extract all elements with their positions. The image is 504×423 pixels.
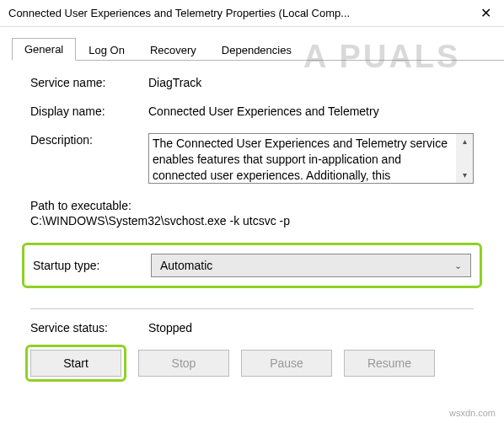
value-service-status: Stopped xyxy=(148,321,474,335)
label-startup-type: Startup type: xyxy=(33,259,151,272)
dropdown-startup-type-value: Automatic xyxy=(160,259,212,272)
scroll-down-icon[interactable]: ▾ xyxy=(456,168,473,183)
value-path: C:\WINDOWS\System32\svchost.exe -k utcsv… xyxy=(30,214,474,228)
description-box: The Connected User Experiences and Telem… xyxy=(148,133,474,184)
label-service-status: Service status: xyxy=(30,321,148,335)
row-display-name: Display name: Connected User Experiences… xyxy=(30,104,474,118)
close-icon: ✕ xyxy=(480,5,491,21)
resume-button[interactable]: Resume xyxy=(344,350,435,377)
window-titlebar: Connected User Experiences and Telemetry… xyxy=(0,0,504,27)
row-description: Description: The Connected User Experien… xyxy=(30,133,474,184)
window-title: Connected User Experiences and Telemetry… xyxy=(8,7,350,19)
tab-recovery[interactable]: Recovery xyxy=(137,39,209,61)
description-text[interactable]: The Connected User Experiences and Telem… xyxy=(149,134,456,183)
footer-credit: wsxdn.com xyxy=(449,408,496,418)
label-path: Path to executable: xyxy=(30,199,474,212)
description-scrollbar[interactable]: ▴ ▾ xyxy=(456,134,473,183)
tab-dependencies[interactable]: Dependencies xyxy=(209,39,304,61)
start-button[interactable]: Start xyxy=(30,350,121,377)
tabs-container: General Log On Recovery Dependencies xyxy=(0,27,504,61)
row-service-name: Service name: DiagTrack xyxy=(30,76,474,89)
row-startup-type-highlight: Startup type: Automatic ⌄ xyxy=(22,243,482,288)
tab-panel-general: Service name: DiagTrack Display name: Co… xyxy=(0,61,504,382)
chevron-down-icon: ⌄ xyxy=(454,260,462,271)
value-service-name: DiagTrack xyxy=(148,76,474,89)
row-service-status: Service status: Stopped xyxy=(30,321,474,335)
label-description: Description: xyxy=(30,133,148,147)
start-button-highlight: Start xyxy=(25,345,126,382)
stop-button[interactable]: Stop xyxy=(138,350,229,377)
dropdown-startup-type[interactable]: Automatic ⌄ xyxy=(151,254,471,277)
value-display-name: Connected User Experiences and Telemetry xyxy=(148,104,474,118)
pause-button[interactable]: Pause xyxy=(241,350,332,377)
tab-logon[interactable]: Log On xyxy=(76,39,137,61)
row-path: Path to executable: C:\WINDOWS\System32\… xyxy=(30,199,474,228)
label-service-name: Service name: xyxy=(30,76,148,89)
label-display-name: Display name: xyxy=(30,104,148,118)
tab-strip: General Log On Recovery Dependencies xyxy=(12,37,504,61)
service-control-buttons: Start Stop Pause Resume xyxy=(30,345,474,382)
scroll-up-icon[interactable]: ▴ xyxy=(456,134,473,149)
divider xyxy=(30,308,474,309)
tab-general[interactable]: General xyxy=(12,38,76,61)
close-button[interactable]: ✕ xyxy=(467,0,504,27)
